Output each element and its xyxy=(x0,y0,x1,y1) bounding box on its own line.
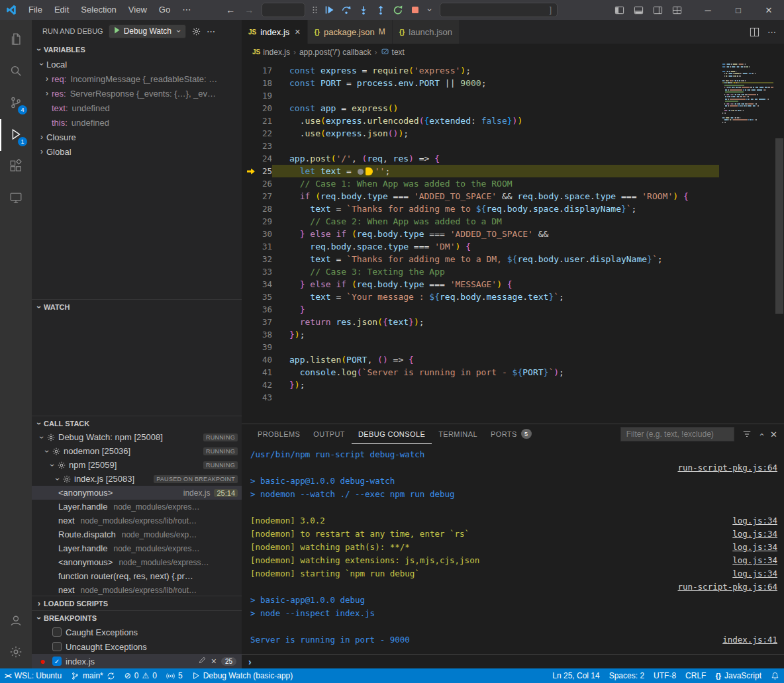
callstack-row[interactable]: function router(req, res, next) {.pr… xyxy=(32,569,242,583)
line-number[interactable]: 27 xyxy=(242,190,272,203)
code-line[interactable]: 35 text = `Your message : ${req.body.mes… xyxy=(242,291,784,303)
debug-configuration-select[interactable]: Debug Watch › xyxy=(109,24,186,38)
watch-header[interactable]: ›WATCH xyxy=(32,299,242,314)
remove-breakpoint-icon[interactable]: × xyxy=(211,656,217,666)
breakpoint-row[interactable]: ●✓index.js×25 xyxy=(32,654,242,668)
line-number[interactable]: 40 xyxy=(242,353,272,366)
callstack-row[interactable]: Layer.handlenode_modules/expres… xyxy=(32,541,242,555)
callstack-row[interactable]: Layer.handlenode_modules/expres… xyxy=(32,500,242,514)
line-number[interactable]: 22 xyxy=(242,127,272,140)
line-number[interactable]: 31 xyxy=(242,240,272,253)
line-number[interactable]: 37 xyxy=(242,316,272,328)
code-line[interactable]: 19 xyxy=(242,89,784,102)
callstack-row[interactable]: <anonymous>node_modules/express… xyxy=(32,555,242,569)
code-line[interactable]: 42}); xyxy=(242,379,784,391)
code-line[interactable]: 31 req.body.space.type === 'DM') { xyxy=(242,240,784,253)
status-encoding[interactable]: UTF-8 xyxy=(649,668,681,683)
menu-view[interactable]: View xyxy=(122,0,153,20)
status-notifications[interactable] xyxy=(766,668,784,683)
line-number[interactable]: 33 xyxy=(242,265,272,278)
line-number[interactable]: 20 xyxy=(242,102,272,114)
code-line[interactable]: 25 let text = ''; xyxy=(242,165,784,177)
status-eol[interactable]: CRLF xyxy=(681,668,710,683)
debug-settings-gear-icon[interactable] xyxy=(191,26,201,36)
code-line[interactable]: 41 console.log(`Server is running in por… xyxy=(242,366,784,379)
line-number[interactable]: 34 xyxy=(242,278,272,291)
line-number[interactable]: 36 xyxy=(242,303,272,316)
start-debug-icon[interactable] xyxy=(113,26,121,36)
callstack-row[interactable]: nextnode_modules/express/lib/rout… xyxy=(32,583,242,596)
split-editor-icon[interactable] xyxy=(750,27,760,37)
step-out-button[interactable] xyxy=(373,3,388,17)
breadcrumb-item[interactable]: app.post('/') callback xyxy=(299,48,371,57)
step-over-button[interactable] xyxy=(339,3,354,17)
code-line[interactable]: 17const express = require('express'); xyxy=(242,64,784,77)
panel-tab-terminal[interactable]: TERMINAL xyxy=(432,424,484,444)
line-number[interactable]: 24 xyxy=(242,152,272,165)
line-number[interactable]: 18 xyxy=(242,77,272,89)
toggle-sidebar-icon[interactable] xyxy=(614,5,624,15)
code-line[interactable]: 21 .use(express.urlencoded({extended: fa… xyxy=(242,114,784,127)
editor-scrollbar[interactable] xyxy=(775,60,784,424)
variable-row[interactable]: ›req:IncomingMessage {_readableState: … xyxy=(32,71,242,86)
status-debug-status[interactable]: Debug Watch (basic-app) xyxy=(187,668,298,683)
sidebar-more-actions-icon[interactable]: ⋯ xyxy=(207,26,215,36)
customize-layout-icon[interactable] xyxy=(672,5,682,15)
breakpoint-row[interactable]: Uncaught Exceptions xyxy=(32,639,242,654)
line-number[interactable]: 35 xyxy=(242,291,272,303)
close-window-button[interactable]: ✕ xyxy=(754,0,784,20)
line-number[interactable]: 26 xyxy=(242,177,272,190)
restart-button[interactable] xyxy=(391,3,405,17)
activity-extensions[interactable] xyxy=(0,151,32,183)
toggle-panel-icon[interactable] xyxy=(634,5,644,15)
line-number[interactable]: 42 xyxy=(242,379,272,391)
status-indentation[interactable]: Spaces: 2 xyxy=(605,668,649,683)
menu-more[interactable]: ⋯ xyxy=(176,0,197,20)
line-number[interactable]: 43 xyxy=(242,391,272,404)
panel-tab-ports[interactable]: PORTS5 xyxy=(484,424,538,444)
source-link[interactable]: log.js:34 xyxy=(724,541,777,554)
code-line[interactable]: 28 text = `Thanks for adding me to ${req… xyxy=(242,203,784,215)
status-remote[interactable]: ><WSL: Ubuntu xyxy=(0,668,66,683)
edit-breakpoint-icon[interactable] xyxy=(198,656,207,666)
scrollbar-thumb[interactable] xyxy=(775,138,783,314)
variable-row[interactable]: ›Global xyxy=(32,144,242,159)
close-panel-icon[interactable]: ✕ xyxy=(770,430,777,439)
tab-index.js[interactable]: JSindex.js× xyxy=(242,20,308,44)
code-line[interactable]: 22 .use(express.json()); xyxy=(242,127,784,140)
code-line[interactable]: 34 } else if (req.body.type === 'MESSAGE… xyxy=(242,278,784,291)
activity-search[interactable] xyxy=(0,56,32,87)
debug-console-input[interactable]: › xyxy=(242,654,784,668)
callstack-row[interactable]: ›npm [25059]RUNNING xyxy=(32,458,242,472)
close-tab-icon[interactable]: × xyxy=(295,26,300,37)
breadcrumb-item[interactable]: JSindex.js xyxy=(252,48,290,57)
callstack-row[interactable]: ›nodemon [25036]RUNNING xyxy=(32,444,242,458)
source-link[interactable]: log.js:34 xyxy=(724,527,777,541)
code-line[interactable]: 23 xyxy=(242,140,784,152)
code-line[interactable]: 39 xyxy=(242,341,784,353)
activity-settings[interactable] xyxy=(0,637,32,668)
command-center-search[interactable]: ] xyxy=(440,3,558,17)
breakpoint-checkbox[interactable] xyxy=(52,642,62,651)
minimize-button[interactable]: ─ xyxy=(693,0,723,20)
variable-row[interactable]: ›Local xyxy=(32,57,242,71)
line-number[interactable]: 32 xyxy=(242,253,272,265)
panel-tab-debug-console[interactable]: DEBUG CONSOLE xyxy=(352,424,432,444)
maximize-panel-icon[interactable]: › xyxy=(756,433,765,435)
activity-run-debug[interactable]: 1 xyxy=(0,119,32,151)
breakpoint-checkbox[interactable]: ✓ xyxy=(52,657,62,666)
code-line[interactable]: 37 return res.json({text}); xyxy=(242,316,784,328)
back-arrow-icon[interactable]: ← xyxy=(226,5,235,15)
step-into-button[interactable] xyxy=(356,3,371,17)
status-problems[interactable]: ⊘0⚠0 xyxy=(120,668,162,683)
code-line[interactable]: 36 } xyxy=(242,303,784,316)
debug-console-output[interactable]: /usr/bin/npm run-script debug-watch run-… xyxy=(242,444,784,654)
code-line[interactable]: 24app.post('/', (req, res) => { xyxy=(242,152,784,165)
status-cursor-position[interactable]: Ln 25, Col 14 xyxy=(548,668,604,683)
callstack-row[interactable]: Route.dispatchnode_modules/exp… xyxy=(32,527,242,541)
loaded-scripts-header[interactable]: ›LOADED SCRIPTS xyxy=(32,596,242,610)
line-number[interactable]: 17 xyxy=(242,64,272,77)
breadcrumb-item[interactable]: text xyxy=(381,47,405,58)
code-line[interactable]: 43 xyxy=(242,391,784,404)
activity-remote-explorer[interactable] xyxy=(0,183,32,214)
